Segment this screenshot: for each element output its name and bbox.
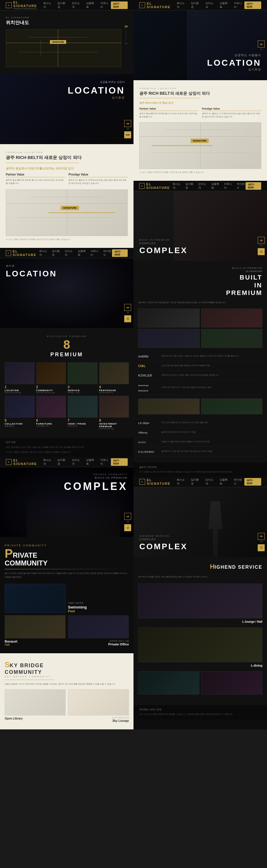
rich-label: PREMIUM LOCATION bbox=[6, 151, 128, 154]
header-left: E EL SIGNATURE PREMIUM RESIDENCES 회사소개 입… bbox=[0, 0, 133, 10]
highend-hero-subtitle: COMPLEX bbox=[139, 538, 188, 541]
text-bar-r-title: 빌트인 가전 안내 bbox=[139, 465, 261, 469]
premium-label: EXCLUSIVE PREMIUM bbox=[5, 335, 129, 338]
p1-num: 1 bbox=[5, 385, 35, 389]
rnav3product[interactable]: 상품특화 bbox=[220, 478, 230, 486]
brand-photo-6 bbox=[201, 398, 263, 414]
built-hero-title: COMPLEX bbox=[139, 246, 188, 255]
nav-complex[interactable]: 단지소개 bbox=[72, 1, 82, 9]
p6-num: 6 bbox=[36, 418, 66, 423]
nav2-product[interactable]: 상품특화 bbox=[78, 249, 87, 257]
text-bar-left: 단지 개요 위치: 광주광역시 남구 | 용도: 업무시설 | 건폐율: 법정기… bbox=[0, 437, 133, 457]
brand-nobilia: nobilia 독일 최고의 주방 브랜드 노빌리아. 뛰어난 품질과 디자인으… bbox=[138, 351, 262, 361]
rmap-marker: SIGNATURE bbox=[191, 138, 209, 143]
rnav2community[interactable]: 커뮤니티 bbox=[224, 182, 233, 190]
nav2-complex[interactable]: 단지소개 bbox=[65, 249, 73, 257]
brand-photo-4 bbox=[201, 329, 263, 348]
brand-american-desc: 아메리칸 스탠다드의 고급 욕실 제품으로 완성되는 공간 bbox=[161, 386, 262, 389]
nav2-community[interactable]: 커뮤니티 bbox=[91, 249, 99, 257]
p5-num: 5 bbox=[5, 418, 35, 423]
rloc-sublabel: 입지환경 bbox=[139, 68, 261, 71]
community-desc: 엘시그니처는 입주민을 위한 다양한 프리미엄 커뮤니티 시설을 갖추고 있습니… bbox=[5, 571, 129, 579]
brand-lg-desc: LG 오브제 컬렉션으로 완성되는 프리미엄 생활 공간 bbox=[161, 421, 262, 424]
nav2-highend[interactable]: 하이엔드 bbox=[103, 249, 112, 257]
premium-item-7: 7 VIEW / PRIDE 프라이드 뷰 bbox=[68, 396, 98, 430]
rich-item-2-title: Prestige Value bbox=[68, 173, 128, 177]
banquet-label: Banquet bbox=[5, 640, 66, 643]
brand-list-2: LG Objet LG 오브제 컬렉션으로 완성되는 프리미엄 생활 공간 Vi… bbox=[138, 418, 262, 456]
nav-product[interactable]: 상품특화 bbox=[86, 1, 96, 9]
complex-title-left: COMPLEX bbox=[64, 480, 128, 493]
nav2-location[interactable]: 입지환경 bbox=[52, 249, 61, 257]
phone-badge-2: 1577-4225 bbox=[112, 249, 128, 257]
phone-badge-3: 1577-4225 bbox=[111, 458, 128, 466]
phone-badge-r: 1577-4225 bbox=[244, 1, 261, 9]
logo-sub: PREMIUM RESIDENCES bbox=[13, 7, 43, 9]
built-label: BUILT-IN PREMIUM bbox=[138, 267, 262, 269]
p2-label: COMMUNITY bbox=[36, 389, 66, 392]
header-right-3: E EL SIGNATURE 회사소개 입지환경 단지소개 상품특화 하이엔드 … bbox=[133, 477, 267, 487]
nav-community[interactable]: 커뮤니티 bbox=[100, 1, 110, 9]
p1-desc: 최상의 입지 프리미엄 bbox=[5, 392, 35, 394]
text-bar-content: 위치: 광주광역시 남구 | 용도: 업무시설 | 건폐율: 법정기준 이하 |… bbox=[6, 445, 128, 449]
section-rich: PREMIUM LOCATION 광주 RICH BELT의 새로운 상징이 되… bbox=[0, 144, 133, 248]
service-photo-2 bbox=[201, 671, 262, 694]
nav-location[interactable]: 입지환경 bbox=[58, 1, 68, 9]
rrich-title: 광주 RICH BELT의 새로운 상징이 되다 bbox=[139, 91, 261, 96]
nav-menu-left: 회사소개 입지환경 단지소개 상품특화 커뮤니티 bbox=[43, 1, 111, 9]
section-community: PRIVATE COMMUNITY PRIVATECOMMUNITY 엘시그니처… bbox=[0, 537, 133, 653]
rnav3complex[interactable]: 단지소개 bbox=[205, 478, 215, 486]
p1-label: LOCATION bbox=[5, 389, 35, 392]
premium-number: 8 bbox=[63, 338, 70, 352]
office-label: Private Office bbox=[68, 643, 129, 646]
logo-area-2: E EL SIGNATURE bbox=[6, 250, 39, 257]
lounge-hall-item: L-lounge / Hall bbox=[138, 584, 262, 623]
map-marker-2: SIGNATURE bbox=[61, 206, 79, 210]
rnav2complex[interactable]: 단지소개 bbox=[198, 182, 207, 190]
nav3-location[interactable]: 입지환경 bbox=[58, 458, 68, 466]
premium-item-5: 5 COLLECTION 명품 컬렉션 bbox=[5, 396, 35, 430]
rich-note: ※ 상기 내용은 개략적인 위치를 나타낸 것으로 실제와 다를 수 있습니다. bbox=[6, 238, 128, 241]
rich-title: 광주 RICH BELT의 새로운 상징이 되다 bbox=[6, 155, 128, 160]
brand-cial: CIAL 프리미엄 주방 솔루션을 제공하는 CIAL의 특별한 주방 bbox=[138, 361, 262, 371]
brand-american-logo: American Standard bbox=[138, 384, 148, 392]
pool-label: Swimming bbox=[68, 605, 129, 609]
rnav3company[interactable]: 회사소개 bbox=[177, 478, 187, 486]
rnav2company[interactable]: 회사소개 bbox=[173, 182, 181, 190]
rnavcomplex[interactable]: 단지소개 bbox=[205, 1, 215, 9]
p2-desc: 프라이빗 커뮤니티 시설 bbox=[36, 392, 66, 394]
nav-company[interactable]: 회사소개 bbox=[43, 1, 54, 9]
rnav3highend[interactable]: 하이엔드 bbox=[234, 478, 244, 486]
loc2-label: 최이연 bbox=[6, 264, 57, 268]
built-title: BUILTINPREMIUM bbox=[138, 274, 262, 297]
brand-villeroy-desc: 빌레로이앤보흐의 프리미엄 도기 제품 bbox=[161, 431, 262, 434]
nav3-complex[interactable]: 단지소개 bbox=[72, 458, 82, 466]
rrich-note: ※ 상기 내용은 개략적인 위치를 나타낸 것으로 실제와 다를 수 있습니다. bbox=[139, 170, 261, 174]
rnav2product[interactable]: 상품특화 bbox=[211, 182, 220, 190]
nav3-community[interactable]: 커뮤니티 bbox=[100, 458, 110, 466]
rnavproduct[interactable]: 상품특화 bbox=[220, 1, 230, 9]
logo-area-r: E EL SIGNATURE bbox=[139, 2, 177, 9]
brand-kaldewei: KALDEWEI 칼데웨이의 고급 욕조 및 세면기로 완성되는 럭셔리 욕실 bbox=[138, 447, 262, 456]
dining-photo bbox=[138, 627, 262, 662]
rrich-sub: 광주 RICH BELT의 핵심 입지 bbox=[139, 101, 261, 105]
rnav3location[interactable]: 입지환경 bbox=[191, 478, 201, 486]
highend-desc: 세계 최고의 호텔 수준의 서비스를 제공하는 엘시그니처만의 하이엔드 서비스 bbox=[138, 575, 262, 579]
rnavcommunity[interactable]: 커뮤니티 bbox=[234, 1, 244, 9]
brand-kohler-logo: KOHLER bbox=[138, 374, 152, 377]
rnavlocation[interactable]: 입지환경 bbox=[191, 1, 201, 9]
nav3-company[interactable]: 회사소개 bbox=[43, 458, 54, 466]
service-photo-1 bbox=[138, 671, 199, 694]
nav2-company[interactable]: 회사소개 bbox=[39, 249, 48, 257]
text-bar-note: ※ 상기 내용은 사업계획 기준이며, 인허가 과정에서 변경될 수 있습니다. bbox=[6, 451, 128, 454]
rnav2highend[interactable]: 하이엔드 bbox=[237, 182, 245, 190]
rich-item-1-title: Partner Value bbox=[6, 173, 65, 177]
nav3-product[interactable]: 상품특화 bbox=[86, 458, 96, 466]
map-label: EL SIGNATURE bbox=[6, 16, 121, 19]
header-right-2: E EL SIGNATURE 회사소개 입지환경 단지소개 상품특화 커뮤니티 … bbox=[133, 181, 267, 191]
complex-subtitle-left: BUILT-IN PREMIUM bbox=[64, 476, 128, 479]
rnav2location[interactable]: 입지환경 bbox=[186, 182, 194, 190]
rnavcompany[interactable]: 회사소개 bbox=[177, 1, 187, 9]
logo-text-2: EL SIGNATURE bbox=[13, 250, 39, 257]
text-bar-r-content: 상기 브랜드는 계약 및 인허가 과정에서 변경될 수 있습니다. 자세한 내용… bbox=[139, 470, 261, 474]
